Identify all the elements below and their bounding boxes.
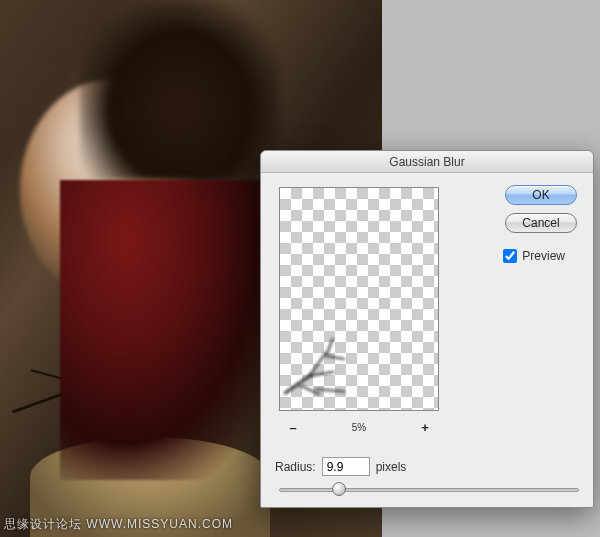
preview-checkbox[interactable] [503, 249, 517, 263]
cancel-button[interactable]: Cancel [505, 213, 577, 233]
slider-track [279, 488, 579, 492]
preview-checkbox-label: Preview [522, 249, 565, 263]
ok-button[interactable]: OK [505, 185, 577, 205]
preview-checkbox-row[interactable]: Preview [503, 249, 565, 263]
dialog-titlebar[interactable]: Gaussian Blur [261, 151, 593, 173]
slider-thumb[interactable] [332, 482, 346, 496]
artwork-branches [0, 337, 120, 487]
radius-input[interactable] [322, 457, 370, 476]
watermark-text: 思缘设计论坛 WWW.MISSYUAN.COM [4, 516, 233, 533]
artwork-hair [80, 0, 280, 180]
zoom-level: 5% [352, 422, 366, 433]
filter-preview-thumbnail[interactable] [279, 187, 439, 411]
radius-unit: pixels [376, 460, 407, 474]
preview-content [285, 335, 355, 395]
zoom-out-button[interactable]: – [285, 419, 301, 435]
radius-label: Radius: [275, 460, 316, 474]
zoom-controls: – 5% + [279, 419, 439, 435]
dialog-body: – 5% + OK Cancel Preview Radius: pixels [261, 173, 593, 507]
radius-row: Radius: pixels [275, 457, 406, 476]
gaussian-blur-dialog: Gaussian Blur – 5% + OK Cancel Preview [260, 150, 594, 508]
zoom-in-button[interactable]: + [417, 419, 433, 435]
radius-slider[interactable] [279, 481, 579, 499]
